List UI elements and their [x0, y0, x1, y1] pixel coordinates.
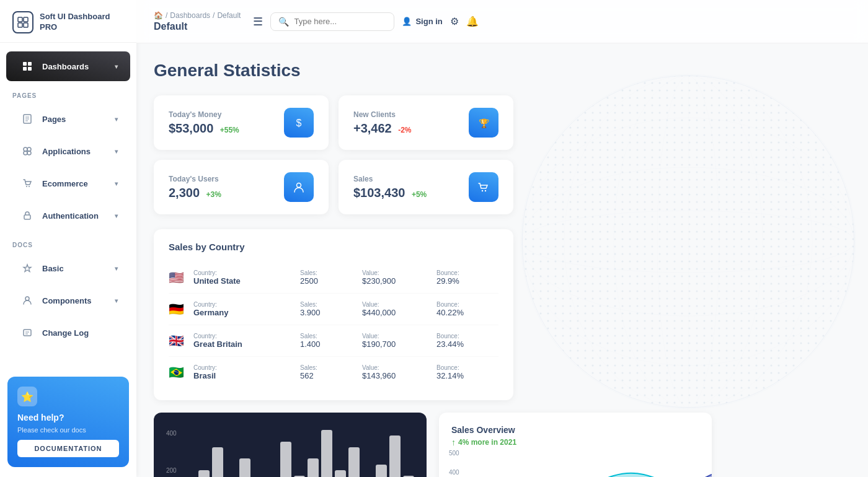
- sidebar-item-ecommerce[interactable]: Ecommerce ▾: [6, 168, 130, 198]
- svg-point-29: [522, 118, 854, 365]
- settings-icon[interactable]: ⚙: [450, 15, 459, 27]
- stat-change-users: +3%: [206, 190, 221, 199]
- chart-bar: [335, 470, 346, 477]
- chart-bar: [308, 458, 319, 477]
- stat-label-money: Today's Money: [169, 110, 239, 119]
- sidebar-item-pages[interactable]: Pages ▾: [6, 104, 130, 134]
- help-star-icon: ⭐: [17, 387, 37, 406]
- documentation-button[interactable]: DOCUMENTATION: [17, 440, 119, 457]
- bounce-info-br: Bounce: 32.14%: [436, 364, 498, 380]
- value-info-us: Value: $230,900: [362, 269, 436, 286]
- content: General Statistics Today's Money $53,000…: [136, 43, 868, 477]
- svg-text:🏆: 🏆: [479, 118, 490, 129]
- logo-icon: [12, 11, 33, 33]
- sidebar-item-label: Applications: [42, 147, 91, 156]
- main-area: 🏠 / Dashboards / Default Default ☰ 🔍 👤 S…: [136, 0, 868, 477]
- breadcrumb-dashboards[interactable]: Dashboards: [170, 11, 210, 20]
- stat-card-clients: New Clients +3,462 -2% 🏆: [339, 95, 513, 150]
- sidebar-item-changelog[interactable]: Change Log: [6, 318, 130, 348]
- flag-br: 🇧🇷: [169, 365, 193, 380]
- breadcrumb-sep: /: [166, 11, 167, 20]
- svg-rect-6: [23, 67, 27, 71]
- svg-rect-1: [24, 17, 28, 22]
- country-row-de: 🇩🇪 Country: Germany Sales: 3.900 Value: …: [169, 294, 498, 325]
- svg-text:$: $: [296, 118, 302, 128]
- sales-info-gb: Sales: 1.400: [300, 333, 362, 349]
- menu-icon[interactable]: ☰: [253, 15, 263, 28]
- stat-number-users: 2,300: [169, 186, 200, 199]
- bars-container: [185, 430, 414, 477]
- header-right: 🔍 👤 Sign in ⚙ 🔔: [270, 12, 478, 31]
- search-input[interactable]: [294, 17, 386, 26]
- sign-in-button[interactable]: 👤 Sign in: [402, 17, 442, 26]
- sidebar-item-authentication[interactable]: Authentication ▾: [6, 201, 130, 230]
- search-box[interactable]: 🔍: [270, 12, 394, 31]
- sidebar-item-applications[interactable]: Applications ▾: [6, 136, 130, 166]
- stat-label-clients: New Clients: [353, 110, 412, 119]
- chart-bar: [239, 458, 250, 477]
- svg-point-30: [522, 76, 854, 408]
- components-icon: [19, 292, 36, 309]
- svg-point-32: [614, 76, 763, 408]
- pages-icon: [19, 110, 36, 128]
- breadcrumb-sep2: /: [213, 11, 215, 20]
- stat-icon-clients: 🏆: [469, 108, 498, 138]
- bar-chart-card: 400 200 0: [154, 413, 427, 477]
- sidebar: Soft UI Dashboard PRO Dashboards ▾ PAGES…: [0, 0, 136, 477]
- svg-rect-20: [24, 330, 31, 336]
- stat-number-sales: $103,430: [353, 186, 405, 199]
- value-info-br: Value: $143,960: [362, 364, 436, 380]
- svg-point-16: [26, 186, 27, 187]
- sidebar-item-label: Pages: [42, 115, 66, 124]
- svg-point-33: [657, 76, 719, 408]
- country-info-us: Country: United State: [193, 269, 300, 286]
- value-info-gb: Value: $190,700: [362, 333, 436, 349]
- bell-icon[interactable]: 🔔: [466, 15, 479, 27]
- svg-point-39: [482, 190, 483, 191]
- sidebar-item-components[interactable]: Components ▾: [6, 286, 130, 315]
- country-row-us: 🇺🇸 Country: United State Sales: 2500 Val…: [169, 262, 498, 294]
- chevron-down-icon: ▾: [115, 265, 118, 272]
- help-title: Need help?: [17, 413, 64, 422]
- value-info-de: Value: $440,000: [362, 301, 436, 317]
- stat-card-users: Today's Users 2,300 +3%: [154, 160, 329, 214]
- help-box: ⭐ Need help? Please check our docs DOCUM…: [7, 377, 129, 467]
- stat-icon-users: [284, 172, 314, 202]
- sales-by-country-card: Sales by Country 🇺🇸 Country: United Stat…: [154, 229, 513, 400]
- stats-grid: Today's Money $53,000 +55% $ New Clients…: [154, 95, 513, 214]
- svg-point-27: [522, 211, 854, 273]
- sidebar-item-basic[interactable]: Basic ▾: [6, 253, 130, 283]
- svg-point-24: [522, 76, 854, 408]
- breadcrumb-home: 🏠: [154, 11, 163, 20]
- sidebar-item-label: Basic: [42, 264, 64, 273]
- chart-bar: [198, 470, 210, 477]
- chart-bar: [376, 465, 387, 477]
- flag-gb: 🇬🇧: [169, 333, 193, 348]
- chevron-down-icon: ▾: [115, 148, 118, 155]
- chevron-down-icon: ▾: [115, 297, 118, 304]
- svg-point-28: [522, 167, 854, 316]
- stat-change-sales: +5%: [412, 190, 427, 199]
- country-info-gb: Country: Great Britain: [193, 333, 300, 349]
- svg-rect-18: [24, 215, 30, 219]
- y-label-400: 400: [166, 430, 185, 437]
- country-info-de: Country: Germany: [193, 301, 300, 317]
- stat-value-users: 2,300 +3%: [169, 186, 221, 200]
- docs-section-label: DOCS: [0, 232, 136, 252]
- sidebar-item-dashboards[interactable]: Dashboards ▾: [6, 51, 130, 81]
- sales-overview-card: Sales Overview ↑ 4% more in 2021 500 400: [439, 413, 712, 477]
- svg-point-38: [297, 183, 301, 188]
- breadcrumb: 🏠 / Dashboards / Default Default: [154, 11, 241, 32]
- sidebar-item-label: Change Log: [42, 328, 89, 338]
- globe-decoration: [508, 43, 868, 440]
- country-sub-us: Country:: [193, 269, 300, 276]
- sign-in-label: Sign in: [415, 17, 442, 26]
- overview-chart: [439, 462, 712, 477]
- stat-info-money: Today's Money $53,000 +55%: [169, 110, 239, 136]
- chart-bar: [348, 447, 360, 477]
- stat-info-users: Today's Users 2,300 +3%: [169, 175, 221, 200]
- basic-icon: [19, 260, 36, 277]
- sales-by-country-title: Sales by Country: [169, 242, 498, 252]
- breadcrumb-current: Default: [217, 11, 241, 20]
- chevron-down-icon: ▾: [115, 212, 118, 219]
